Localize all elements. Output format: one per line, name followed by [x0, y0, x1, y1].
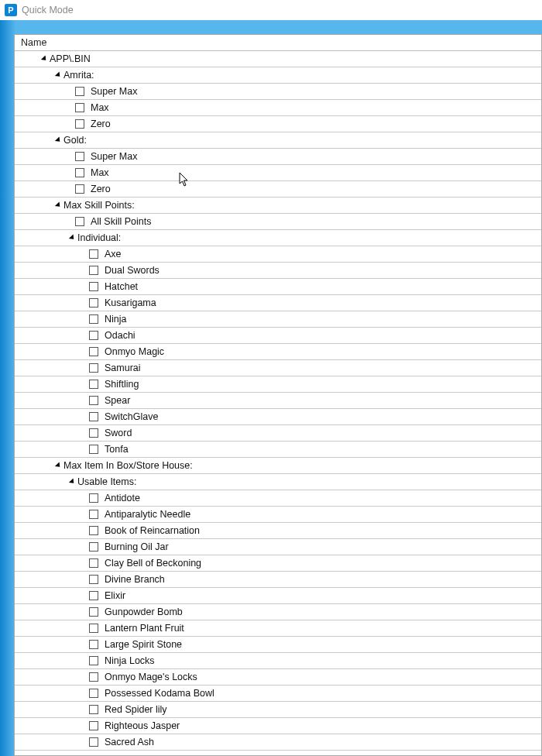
checkbox[interactable]	[75, 152, 84, 161]
checkbox[interactable]	[89, 656, 98, 665]
tree-item-label: Samurai	[105, 363, 141, 373]
tree-item[interactable]: Zero	[15, 116, 541, 132]
tree-group[interactable]: Max Item In Box/Store House:	[15, 458, 541, 474]
tree-panel: Name APP\.BINAmrita:Super MaxMaxZeroGold…	[14, 34, 542, 756]
tree-item[interactable]: Tonfa	[15, 442, 541, 458]
tree-item[interactable]: Burning Oil Jar	[15, 539, 541, 555]
tree-item-label: Clay Bell of Beckoning	[105, 558, 201, 569]
checkbox[interactable]	[89, 721, 98, 730]
tree-item[interactable]: All Skill Points	[15, 214, 541, 230]
checkbox[interactable]	[89, 672, 98, 682]
tree-item-label: Super Max	[91, 151, 137, 162]
tree-item[interactable]: Axe	[15, 246, 541, 263]
tree-item-label: Axe	[105, 249, 122, 259]
tree-item-label: Super Max	[91, 86, 137, 97]
tree-item-label: Tonfa	[105, 444, 129, 455]
expand-arrow-icon	[55, 201, 62, 208]
tree-item-label: Ninja	[105, 314, 127, 325]
checkbox[interactable]	[89, 493, 98, 503]
tree-item[interactable]: Super Max	[15, 84, 541, 100]
tree-item[interactable]: Sacred Ash	[15, 734, 541, 751]
checkbox[interactable]	[89, 266, 98, 275]
checkbox[interactable]	[89, 282, 98, 291]
checkbox[interactable]	[89, 445, 98, 454]
tree-item[interactable]: Divine Branch	[15, 572, 541, 588]
checkbox[interactable]	[89, 558, 98, 568]
tree-subgroup[interactable]: Individual:	[15, 230, 541, 246]
tree-item-label: Spear	[105, 395, 130, 406]
tree-item[interactable]: Onmyo Mage's Locks	[15, 669, 541, 686]
checkbox[interactable]	[89, 575, 98, 584]
tree-item[interactable]: Samurai	[15, 360, 541, 376]
tree-item[interactable]: Hatchet	[15, 279, 541, 295]
tree-item-label: Possessed Kodama Bowl	[105, 688, 214, 699]
checkbox[interactable]	[89, 298, 98, 308]
tree-item[interactable]: Onmyo Magic	[15, 344, 541, 360]
tree-item[interactable]: Red Spider lily	[15, 702, 541, 718]
tree-item[interactable]: Ninja Locks	[15, 653, 541, 669]
checkbox[interactable]	[75, 119, 84, 129]
tree-group[interactable]: Gold:	[15, 132, 541, 149]
checkbox[interactable]	[89, 331, 98, 340]
tree-item[interactable]: Gunpowder Bomb	[15, 604, 541, 620]
tree-item[interactable]: Clay Bell of Beckoning	[15, 555, 541, 572]
tree-item-label: Red Spider lily	[105, 704, 167, 715]
tree-group[interactable]: Amrita:	[15, 67, 541, 84]
tree-item-label: Shiftling	[105, 379, 139, 390]
tree-group[interactable]: Max Skill Points:	[15, 198, 541, 214]
checkbox[interactable]	[89, 526, 98, 535]
tree-item[interactable]: Antiparalytic Needle	[15, 507, 541, 523]
checkbox[interactable]	[89, 607, 98, 617]
tree-item-label: Antidote	[105, 493, 140, 503]
tree-item[interactable]: SwitchGlave	[15, 409, 541, 425]
column-header-name[interactable]: Name	[15, 35, 541, 51]
tree-item[interactable]: Large Spirit Stone	[15, 637, 541, 653]
tree-item[interactable]: Max	[15, 165, 541, 181]
tree-item[interactable]: Ninja	[15, 311, 541, 328]
checkbox[interactable]	[89, 640, 98, 649]
checkbox[interactable]	[89, 314, 98, 324]
checkbox[interactable]	[89, 249, 98, 259]
checkbox[interactable]	[89, 542, 98, 552]
tree-subgroup[interactable]: Usable Items:	[15, 474, 541, 490]
checkbox[interactable]	[89, 412, 98, 421]
checkbox[interactable]	[89, 705, 98, 714]
checkbox[interactable]	[89, 689, 98, 698]
tree-item-label: Elixir	[105, 590, 125, 601]
checkbox[interactable]	[75, 103, 84, 112]
tree-item-label: APP\.BIN	[50, 53, 91, 64]
checkbox[interactable]	[89, 624, 98, 633]
tree-item[interactable]: Odachi	[15, 328, 541, 344]
tree-item[interactable]: Possessed Kodama Bowl	[15, 686, 541, 702]
checkbox[interactable]	[89, 396, 98, 405]
tree-item[interactable]: Antidote	[15, 490, 541, 507]
tree-item-label: Divine Branch	[105, 574, 165, 585]
tree-item[interactable]: Book of Reincarnation	[15, 523, 541, 539]
tree-item[interactable]: Zero	[15, 181, 541, 198]
tree-item[interactable]: Shiftling	[15, 376, 541, 393]
tree-item[interactable]: Sword	[15, 425, 541, 442]
tree-item[interactable]: Lantern Plant Fruit	[15, 620, 541, 637]
checkbox[interactable]	[89, 363, 98, 373]
tree-item[interactable]: Spear	[15, 393, 541, 409]
column-header-name-label: Name	[21, 37, 46, 48]
checkbox[interactable]	[89, 347, 98, 356]
tree-item[interactable]: Elixir	[15, 588, 541, 604]
tree-item[interactable]: Max	[15, 100, 541, 116]
tree-view[interactable]: APP\.BINAmrita:Super MaxMaxZeroGold:Supe…	[15, 51, 541, 751]
tree-root[interactable]: APP\.BIN	[15, 51, 541, 67]
checkbox[interactable]	[89, 428, 98, 438]
checkbox[interactable]	[89, 380, 98, 389]
tree-item[interactable]: Super Max	[15, 149, 541, 165]
checkbox[interactable]	[89, 737, 98, 747]
window-title: Quick Mode	[22, 5, 74, 15]
checkbox[interactable]	[75, 184, 84, 194]
tree-item[interactable]: Dual Swords	[15, 263, 541, 279]
checkbox[interactable]	[89, 510, 98, 519]
tree-item[interactable]: Righteous Jasper	[15, 718, 541, 734]
checkbox[interactable]	[75, 217, 84, 226]
checkbox[interactable]	[75, 87, 84, 96]
tree-item[interactable]: Kusarigama	[15, 295, 541, 311]
checkbox[interactable]	[75, 168, 84, 177]
checkbox[interactable]	[89, 591, 98, 600]
